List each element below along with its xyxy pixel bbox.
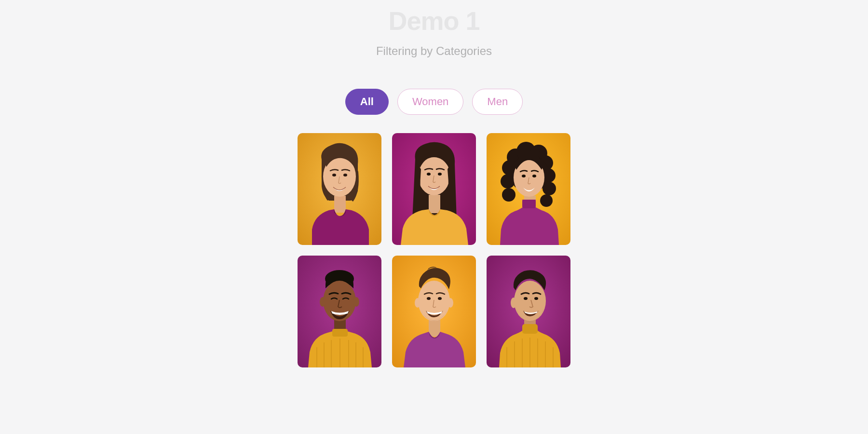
gallery-card[interactable] bbox=[487, 256, 570, 367]
svg-point-9 bbox=[438, 173, 442, 176]
gallery-card[interactable] bbox=[487, 133, 570, 245]
svg-point-46 bbox=[448, 298, 453, 308]
filter-women-button[interactable]: Women bbox=[397, 89, 463, 115]
svg-point-48 bbox=[438, 297, 442, 300]
gallery-card[interactable] bbox=[298, 133, 381, 245]
svg-rect-6 bbox=[429, 195, 440, 213]
svg-rect-55 bbox=[522, 324, 538, 334]
portrait-man-1 bbox=[298, 256, 381, 367]
svg-point-20 bbox=[540, 194, 553, 207]
svg-point-21 bbox=[538, 151, 546, 159]
svg-point-8 bbox=[427, 173, 431, 176]
svg-point-32 bbox=[320, 297, 326, 307]
svg-rect-1 bbox=[334, 196, 346, 213]
svg-rect-41 bbox=[332, 329, 348, 337]
svg-point-33 bbox=[353, 297, 359, 307]
filter-bar: All Women Men bbox=[345, 89, 523, 115]
portrait-woman-3 bbox=[487, 133, 570, 245]
svg-rect-27 bbox=[522, 200, 536, 208]
portrait-woman-1 bbox=[298, 133, 381, 245]
gallery-grid bbox=[298, 133, 570, 367]
svg-point-53 bbox=[524, 297, 528, 300]
page-title: Demo 1 bbox=[388, 6, 479, 36]
svg-point-25 bbox=[522, 175, 526, 177]
svg-point-4 bbox=[343, 174, 347, 176]
portrait-man-3 bbox=[487, 256, 570, 367]
gallery-card[interactable] bbox=[298, 256, 381, 367]
svg-point-45 bbox=[415, 298, 420, 308]
portrait-man-2 bbox=[392, 256, 476, 367]
filter-all-button[interactable]: All bbox=[345, 89, 389, 115]
gallery-card[interactable] bbox=[392, 133, 476, 245]
svg-point-54 bbox=[534, 297, 538, 300]
filter-men-button[interactable]: Men bbox=[472, 89, 523, 115]
svg-point-26 bbox=[532, 175, 536, 177]
svg-rect-43 bbox=[429, 319, 440, 337]
gallery-card[interactable] bbox=[392, 256, 476, 367]
svg-point-17 bbox=[502, 188, 515, 202]
svg-point-52 bbox=[511, 298, 516, 308]
svg-point-3 bbox=[332, 174, 336, 176]
page-subtitle: Filtering by Categories bbox=[376, 44, 492, 58]
portrait-woman-2 bbox=[392, 133, 476, 245]
svg-point-47 bbox=[427, 297, 431, 300]
